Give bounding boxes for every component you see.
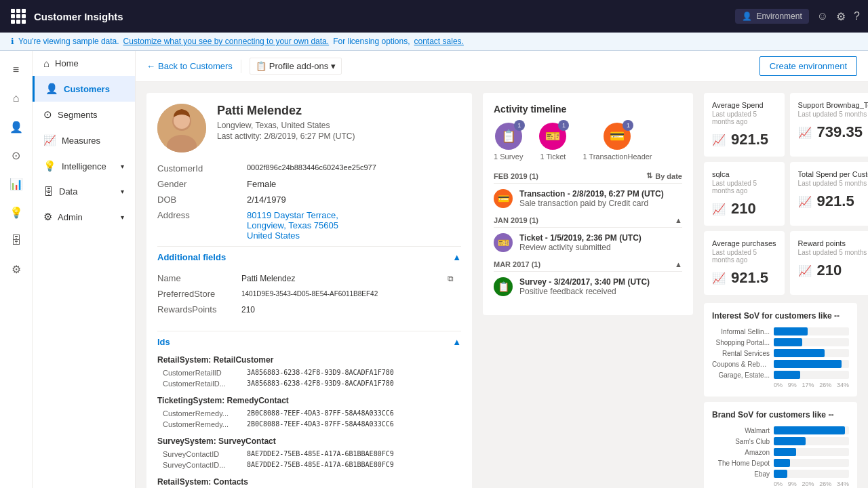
timeline-jan-header[interactable]: JAN 2019 (1) ▲ bbox=[494, 216, 682, 228]
sidebar-item-segments[interactable]: ⊙ bbox=[3, 142, 30, 169]
sidebar-hamburger[interactable]: ≡ bbox=[3, 56, 30, 83]
measures-icon: 📈 bbox=[43, 134, 56, 146]
stat-reward-points: Reward points Last updated 5 months ago … bbox=[790, 231, 868, 295]
profile-addons-button[interactable]: 📋 Profile add-ons ▾ bbox=[250, 58, 342, 75]
environment-badge: 👤 Environment bbox=[735, 9, 808, 24]
timeline-feb-header[interactable]: FEB 2019 (1) ⇅ By date bbox=[494, 171, 682, 184]
chart-bar-row: Shopping Portal... bbox=[712, 338, 849, 346]
activity-icons: 📋 1 1 Survey 🎫 1 1 Ticket bbox=[494, 123, 682, 161]
nav-data[interactable]: 🗄 Data ▾ bbox=[33, 179, 135, 204]
chart-bar-row: Garage, Estate... bbox=[712, 371, 849, 379]
copy-name-icon[interactable]: ⧉ bbox=[448, 274, 461, 283]
stat-sqlca: sqlca Last updated 5 months ago 📈 210 bbox=[704, 162, 785, 226]
nav-home[interactable]: ⌂ Home bbox=[33, 51, 135, 76]
retail-contacts-group: RetailSystem: Contacts CustomerRetailD 3… bbox=[157, 477, 461, 488]
brand-chart-card: Brand SoV for customers like -- Walmart … bbox=[704, 402, 857, 488]
timeline-feb-2019: FEB 2019 (1) ⇅ By date 💳 Transaction - 2… bbox=[494, 171, 682, 208]
survey-text: Survey - 3/24/2017, 3:40 PM (UTC) Positi… bbox=[519, 277, 650, 296]
info-link2: For licensing options, bbox=[333, 37, 410, 46]
customerid-value: 0002f896c24b883446c60243ee25c977 bbox=[247, 163, 461, 174]
customize-link[interactable]: Customize what you see by connecting to … bbox=[123, 37, 330, 46]
by-date-button[interactable]: ⇅ By date bbox=[646, 171, 682, 180]
chart-bar-bg bbox=[774, 437, 849, 445]
segments-icon: ⊙ bbox=[43, 108, 52, 121]
ticket-icon-circle: 🎫 1 bbox=[539, 123, 566, 150]
transaction-badge: 1 bbox=[623, 120, 633, 131]
transaction-activity-icon: 💳 1 1 TransactionHeader bbox=[583, 123, 652, 161]
stat-value: 📈 739.35 bbox=[798, 123, 868, 141]
id-row: CustomerRetailD... 3A856883-6238-42F8-93… bbox=[157, 380, 461, 388]
interest-chart-card: Interest SoV for customers like -- Infor… bbox=[704, 303, 857, 396]
timeline-mar-header[interactable]: MAR 2017 (1) ▲ bbox=[494, 260, 682, 272]
transaction-icon-circle: 💳 1 bbox=[604, 123, 631, 150]
subheader: ← Back to Customers 📋 Profile add-ons ▾ … bbox=[136, 51, 868, 82]
sidebar-item-intelligence[interactable]: 💡 bbox=[3, 199, 30, 226]
create-environment-button[interactable]: Create environment bbox=[760, 56, 857, 76]
ids-chevron: ▲ bbox=[452, 337, 461, 347]
nav-admin-label: Admin bbox=[58, 212, 83, 222]
stat-title: Total Spend per Customer bbox=[798, 170, 868, 178]
settings-icon[interactable]: ⚙ bbox=[836, 10, 846, 23]
chevron-down-icon: ▾ bbox=[121, 163, 124, 170]
chevron-down-icon-data: ▾ bbox=[121, 188, 124, 195]
nav-customers[interactable]: 👤 Customers bbox=[33, 76, 135, 102]
profile-info: Patti Melendez Longview, Texas, United S… bbox=[217, 104, 355, 152]
sidebar-item-measures[interactable]: 📊 bbox=[3, 170, 30, 197]
ids-header[interactable]: Ids ▲ bbox=[157, 331, 461, 352]
sort-icon: ⇅ bbox=[646, 171, 652, 180]
timeline-jan-2019: JAN 2019 (1) ▲ 🎫 Ticket - 1/5/2019, 2:36… bbox=[494, 216, 682, 252]
chart-bar-fill bbox=[774, 459, 790, 467]
stat-support-brownbag: Support Brownbag_Total Sp... Last update… bbox=[790, 93, 868, 157]
admin-icon: ⚙ bbox=[43, 211, 52, 223]
sidebar-item-customers[interactable]: 👤 bbox=[3, 113, 30, 140]
nav-intelligence[interactable]: 💡 Intelligence ▾ bbox=[33, 153, 135, 179]
app-grid-icon[interactable] bbox=[8, 6, 28, 26]
ticket-badge: 1 bbox=[558, 120, 569, 131]
dob-label: DOB bbox=[157, 195, 239, 205]
retail-system-title: RetailSystem: RetailCustomer bbox=[157, 355, 461, 365]
additional-fields-chevron: ▲ bbox=[452, 252, 461, 262]
content-area: ← Back to Customers 📋 Profile add-ons ▾ … bbox=[136, 51, 868, 488]
stat-title: Average Spend bbox=[712, 101, 776, 109]
chart-bar-fill bbox=[774, 338, 802, 346]
customer-last-activity: Last activity: 2/8/2019, 6:27 PM (UTC) bbox=[217, 131, 355, 141]
stat-updated: Last updated 5 months ago bbox=[798, 110, 868, 118]
nav-customers-label: Customers bbox=[64, 84, 110, 94]
sidebar-item-admin[interactable]: ⚙ bbox=[3, 256, 30, 283]
additional-fields-header[interactable]: Additional fields ▲ bbox=[157, 246, 461, 268]
stat-title: Support Brownbag_Total Sp... bbox=[798, 101, 868, 109]
stat-updated: Last updated 5 months ago bbox=[798, 249, 868, 256]
gender-value: Female bbox=[247, 179, 461, 189]
customer-name: Patti Melendez bbox=[217, 104, 355, 118]
sidebar-item-home[interactable]: ⌂ bbox=[3, 85, 30, 112]
stat-average-spend: Average Spend Last updated 5 months ago … bbox=[704, 93, 785, 157]
right-panel: Average Spend Last updated 5 months ago … bbox=[704, 93, 857, 488]
back-to-customers-button[interactable]: ← Back to Customers bbox=[146, 61, 233, 71]
chart-bar-label: Sam's Club bbox=[712, 438, 770, 445]
help-icon[interactable]: ? bbox=[854, 10, 860, 22]
info-icon: ℹ bbox=[11, 37, 14, 46]
profile-header: Patti Melendez Longview, Texas, United S… bbox=[157, 104, 461, 152]
chart-bar-label: Walmart bbox=[712, 427, 770, 434]
chart-bar-label: Coupons & Rebat... bbox=[712, 361, 770, 368]
contact-sales-link[interactable]: contact sales. bbox=[414, 37, 464, 46]
timeline-item: 🎫 Ticket - 1/5/2019, 2:36 PM (UTC) Revie… bbox=[494, 233, 682, 252]
nav-segments-label: Segments bbox=[58, 110, 98, 120]
activity-card: Activity timeline 📋 1 1 Survey 🎫 bbox=[483, 93, 693, 315]
timeline-item: 📋 Survey - 3/24/2017, 3:40 PM (UTC) Posi… bbox=[494, 277, 682, 296]
activity-title: Activity timeline bbox=[494, 104, 682, 115]
nav-admin[interactable]: ⚙ Admin ▾ bbox=[33, 204, 135, 230]
nav-intelligence-label: Intelligence bbox=[62, 161, 106, 171]
nav-segments[interactable]: ⊙ Segments bbox=[33, 102, 135, 127]
chart-bar-label: Shopping Portal... bbox=[712, 339, 770, 346]
profile-fields: CustomerId 0002f896c24b883446c60243ee25c… bbox=[157, 163, 461, 241]
nav-measures[interactable]: 📈 Measures bbox=[33, 127, 135, 153]
stat-updated: Last updated 5 months ago bbox=[712, 249, 776, 264]
intelligence-icon: 💡 bbox=[43, 160, 56, 172]
id-row: SurveyContactID... 8AE7DDE2-75EB-485E-A1… bbox=[157, 461, 461, 469]
smiley-icon[interactable]: ☺ bbox=[817, 10, 828, 22]
trend-icon: 📈 bbox=[798, 126, 812, 139]
survey-group: SurveySystem: SurveyContact SurveyContac… bbox=[157, 436, 461, 469]
profile-addons-icon: 📋 bbox=[256, 61, 267, 71]
sidebar-item-data[interactable]: 🗄 bbox=[3, 227, 30, 254]
